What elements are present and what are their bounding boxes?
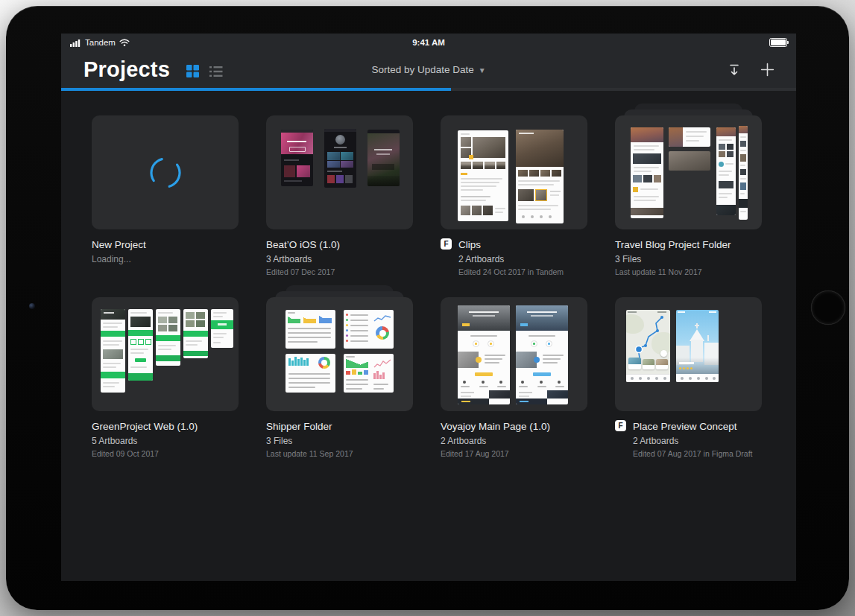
header: Projects — [61, 51, 796, 88]
project-cell-clips: F Clips 2 Artboards Edited 24 Oct 2017 i… — [441, 115, 587, 276]
page-title: Projects — [83, 57, 170, 82]
shipper-file-thumbnails — [266, 297, 413, 411]
greenproject-artboard-thumbnails — [92, 297, 239, 411]
app-screen: Tandem 9:41 AM Projects — [61, 34, 796, 581]
grid-view-button[interactable] — [186, 65, 199, 77]
project-subtitle: 5 Artboards — [92, 436, 239, 446]
sort-label: Sorted by Update Date — [371, 64, 473, 75]
project-meta: Edited 07 Aug 2017 in Figma Draft — [633, 450, 762, 458]
project-title: Travel Blog Project Folder — [615, 239, 762, 250]
clips-artboard-thumbnails — [441, 115, 587, 229]
project-cell-travel-blog: Travel Blog Project Folder 3 Files Last … — [615, 115, 762, 276]
beato-artboard-thumbnails — [266, 115, 413, 229]
loading-spinner — [92, 115, 239, 229]
project-subtitle: 3 Artboards — [266, 255, 413, 264]
project-cell-greenproject: GreenProject Web (1.0) 5 Artboards Edite… — [92, 297, 239, 458]
project-cell-place-preview: F Place Preview Concept 2 Artboards Edit… — [615, 297, 762, 458]
project-card-voyajoy[interactable] — [441, 297, 587, 411]
project-card-shipper[interactable] — [266, 297, 413, 411]
project-meta: Edited 07 Dec 2017 — [266, 268, 413, 276]
project-subtitle: 3 Files — [266, 436, 413, 446]
project-meta: Edited 09 Oct 2017 — [92, 450, 239, 458]
list-view-button[interactable] — [209, 66, 223, 77]
project-card-new-project[interactable] — [92, 115, 239, 229]
project-title: Beat’O iOS (1.0) — [266, 239, 413, 250]
grid-view-icon — [186, 65, 199, 77]
front-camera — [29, 303, 35, 309]
project-title: Voyajoy Main Page (1.0) — [441, 421, 587, 432]
project-meta: Last update 11 Sep 2017 — [266, 450, 413, 458]
import-button[interactable] — [727, 63, 742, 77]
project-grid: New Project Loading... — [92, 115, 762, 458]
project-card-beato-ios[interactable] — [266, 115, 413, 229]
travel-blog-file-thumbnails — [615, 115, 762, 229]
figma-file-icon: F — [441, 238, 452, 250]
figma-file-icon: F — [615, 420, 626, 431]
list-view-icon — [209, 66, 223, 77]
project-card-greenproject[interactable] — [92, 297, 239, 411]
sort-dropdown[interactable]: Sorted by Update Date ▼ — [371, 64, 485, 75]
loading-progress-fill — [61, 88, 451, 91]
place-preview-artboard-thumbnails — [615, 297, 762, 411]
project-title: New Project — [92, 239, 239, 250]
project-title: Place Preview Concept — [633, 421, 762, 432]
import-icon — [727, 63, 742, 77]
project-subtitle: 3 Files — [615, 255, 762, 264]
project-title: Clips — [458, 239, 587, 250]
project-meta: Last update 11 Nov 2017 — [615, 268, 762, 276]
loading-progress-bar — [61, 88, 796, 91]
project-title: GreenProject Web (1.0) — [92, 421, 239, 432]
chevron-down-icon: ▼ — [479, 66, 486, 74]
project-status: Loading... — [92, 255, 239, 264]
plus-icon — [760, 62, 775, 77]
project-subtitle: 2 Artboards — [633, 436, 762, 446]
project-cell-new-project: New Project Loading... — [92, 115, 239, 276]
project-cell-shipper: Shipper Folder 3 Files Last update 11 Se… — [266, 297, 413, 458]
project-card-clips[interactable] — [441, 115, 587, 229]
status-bar: Tandem 9:41 AM — [61, 34, 796, 51]
home-button[interactable] — [811, 290, 845, 325]
battery-icon — [769, 38, 787, 47]
project-meta: Edited 17 Aug 2017 — [441, 450, 587, 458]
project-cell-voyajoy: Voyajoy Main Page (1.0) 2 Artboards Edit… — [441, 297, 587, 458]
project-meta: Edited 24 Oct 2017 in Tandem — [458, 268, 587, 276]
voyajoy-artboard-thumbnails — [441, 297, 587, 411]
add-project-button[interactable] — [760, 62, 775, 77]
project-cell-beato-ios: Beat’O iOS (1.0) 3 Artboards Edited 07 D… — [266, 115, 413, 276]
tablet-frame: Tandem 9:41 AM Projects — [6, 6, 849, 610]
clock: 9:41 AM — [61, 34, 796, 51]
project-subtitle: 2 Artboards — [441, 436, 587, 446]
project-title: Shipper Folder — [266, 421, 413, 432]
project-card-place-preview[interactable] — [615, 297, 762, 411]
project-card-travel-blog[interactable] — [615, 115, 762, 229]
project-subtitle: 2 Artboards — [458, 255, 587, 264]
